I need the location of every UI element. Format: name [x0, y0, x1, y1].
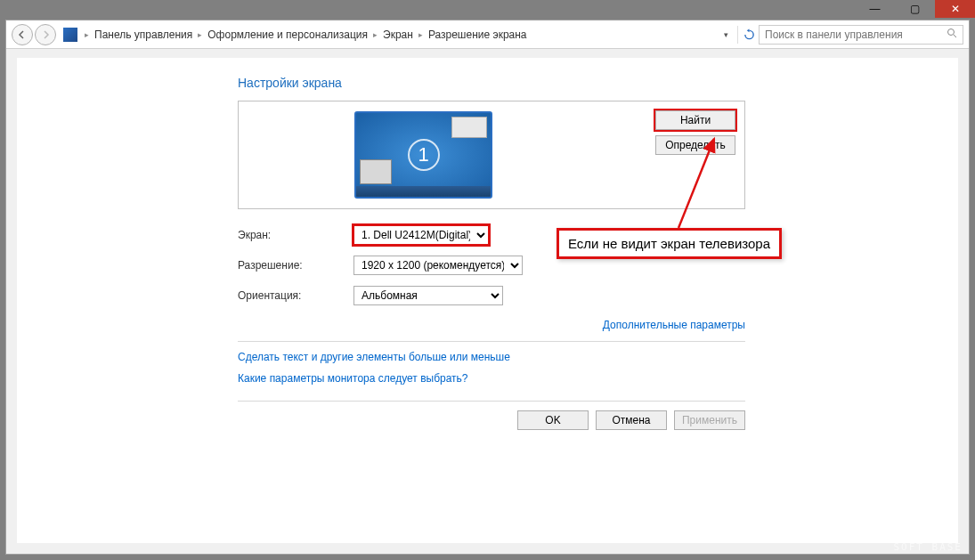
chevron-right-icon: ▸ [373, 30, 378, 39]
detect-button[interactable]: Определить [655, 135, 735, 155]
display-preview-box: 1 Найти Определить [238, 101, 745, 209]
search-box[interactable] [759, 25, 963, 45]
svg-line-1 [954, 35, 956, 37]
preview-window-icon [360, 159, 392, 184]
ok-button[interactable]: OK [517, 410, 589, 430]
breadcrumb-item[interactable]: Разрешение экрана [428, 28, 527, 41]
watermark: SOFT BASE [893, 541, 963, 553]
resolution-select[interactable]: 1920 x 1200 (рекомендуется) [353, 256, 523, 275]
search-input[interactable] [765, 28, 947, 41]
close-button[interactable]: ✕ [935, 0, 975, 18]
orientation-select[interactable]: Альбомная [353, 286, 503, 305]
minimize-button[interactable]: — [855, 0, 895, 18]
annotation-callout: Если не видит экран телевизора [557, 228, 782, 259]
monitor-preview[interactable]: 1 [354, 111, 492, 199]
preview-taskbar [356, 186, 491, 197]
orientation-label: Ориентация: [238, 289, 353, 302]
breadcrumb-item[interactable]: Панель управления [94, 28, 192, 41]
control-panel-icon [63, 28, 77, 42]
back-button[interactable] [12, 24, 33, 45]
chevron-right-icon: ▸ [198, 30, 202, 39]
window: ▸ Панель управления ▸ Оформление и персо… [5, 20, 970, 555]
svg-point-0 [948, 29, 955, 36]
title-bar: — ▢ ✕ [0, 0, 975, 18]
content-area: Настройки экрана 1 Найти Определить [17, 58, 958, 543]
apply-button: Применить [674, 410, 745, 430]
navigation-bar: ▸ Панель управления ▸ Оформление и персо… [6, 20, 969, 49]
breadcrumb-item[interactable]: Экран [383, 28, 413, 41]
chevron-right-icon: ▸ [85, 30, 89, 39]
resolution-label: Разрешение: [238, 259, 353, 272]
cancel-button[interactable]: Отмена [596, 410, 667, 430]
chevron-right-icon: ▸ [418, 30, 423, 39]
monitor-number: 1 [408, 139, 440, 171]
text-size-link[interactable]: Сделать текст и другие элементы больше и… [238, 351, 745, 363]
divider [238, 341, 745, 342]
page-title: Настройки экрана [238, 76, 745, 90]
advanced-settings-link[interactable]: Дополнительные параметры [603, 319, 745, 331]
refresh-button[interactable] [737, 26, 755, 44]
address-dropdown-icon[interactable]: ▾ [719, 30, 734, 39]
screen-label: Экран: [238, 229, 353, 241]
dialog-buttons: OK Отмена Применить [238, 401, 745, 430]
find-button[interactable]: Найти [655, 110, 735, 130]
breadcrumb: ▸ Панель управления ▸ Оформление и персо… [85, 28, 715, 41]
forward-button[interactable] [35, 24, 56, 45]
preview-window-icon [451, 117, 487, 138]
maximize-button[interactable]: ▢ [895, 0, 935, 18]
breadcrumb-item[interactable]: Оформление и персонализация [207, 28, 368, 41]
which-settings-link[interactable]: Какие параметры монитора следует выбрать… [238, 372, 745, 385]
screen-select[interactable]: 1. Dell U2412M(Digital) [353, 225, 489, 245]
search-icon[interactable] [947, 28, 957, 41]
